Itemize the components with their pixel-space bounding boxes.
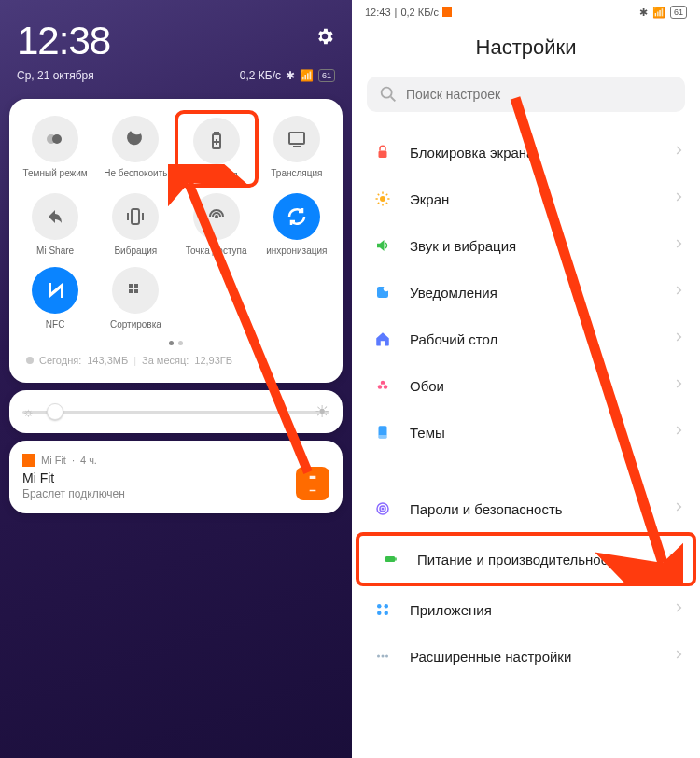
settings-item-label: Питание и производительность [417, 552, 648, 568]
brightness-slider[interactable]: ☼ ☀ [9, 390, 343, 433]
svg-rect-15 [134, 289, 138, 293]
search-field[interactable] [367, 77, 685, 112]
svg-point-48 [385, 655, 388, 658]
chevron-right-icon [672, 601, 685, 618]
settings-item-label: Обои [410, 378, 655, 394]
svg-line-26 [386, 203, 388, 204]
date-label: Ср, 21 октября [17, 69, 94, 82]
nfc-toggle[interactable]: NFC [15, 263, 95, 333]
mi-fit-badge-icon [22, 454, 35, 467]
cast-icon [273, 116, 320, 162]
svg-point-1 [52, 134, 62, 144]
svg-point-20 [380, 196, 385, 202]
svg-rect-13 [134, 284, 138, 288]
share-icon [32, 193, 78, 240]
svg-point-34 [382, 385, 385, 387]
battery-indicator: 61 [670, 6, 687, 19]
notif-title: Mi Fit [22, 470, 125, 485]
signal-icon: 📶 [652, 7, 665, 19]
notification-card[interactable]: Mi Fit · 4 ч. Mi Fit Браслет подключен [9, 441, 343, 513]
battery-saver-toggle[interactable]: Экономия [175, 110, 259, 188]
security-item[interactable]: Пароли и безопасность [352, 485, 700, 532]
settings-item-label: Расширенные настройки [410, 649, 655, 665]
svg-rect-41 [395, 558, 397, 561]
brightness-thumb[interactable] [47, 403, 63, 420]
more-icon [372, 646, 393, 667]
battery-perf-item[interactable]: Питание и производительность [356, 532, 696, 586]
qs-label: Точка доступа [186, 246, 247, 256]
notifications-item[interactable]: Уведомления [352, 269, 700, 316]
lock-screen-item[interactable]: Блокировка экрана [352, 129, 700, 175]
status-app-icon [442, 7, 452, 17]
settings-screenshot: 12:43 | 0,2 КБ/с ✱ 📶 61 Настройки Блокир… [352, 0, 700, 758]
display-item[interactable]: Экран [352, 175, 700, 222]
dark-mode-toggle[interactable]: Темный режим [15, 112, 95, 186]
lock-icon [372, 142, 393, 162]
vibrate-toggle[interactable]: Вибрация [95, 190, 175, 260]
search-input[interactable] [406, 87, 674, 102]
svg-point-45 [385, 611, 389, 616]
svg-rect-6 [289, 133, 304, 144]
settings-item-label: Приложения [410, 602, 655, 618]
net-speed: 0,2 КБ/с [240, 69, 281, 82]
notif-body: Браслет подключен [22, 487, 125, 500]
settings-item-label: Темы [410, 425, 655, 441]
advanced-item[interactable]: Расширенные настройки [352, 633, 700, 680]
svg-point-17 [382, 88, 392, 98]
svg-rect-8 [132, 209, 139, 224]
chevron-right-icon [672, 144, 685, 161]
sync-toggle[interactable]: инхронизация [257, 190, 337, 260]
mi-share-toggle[interactable]: Mi Share [15, 190, 95, 260]
svg-rect-3 [215, 133, 218, 134]
page-title: Настройки [352, 24, 700, 77]
qs-label: Mi Share [36, 246, 74, 256]
svg-line-27 [378, 203, 380, 204]
data-usage-row[interactable]: Сегодня: 143,3МБ | За месяц: 12,93ГБ [15, 349, 337, 375]
brightness-low-icon: ☼ [22, 404, 35, 419]
sort-toggle[interactable]: Сортировка [95, 263, 175, 333]
home-screen-item[interactable]: Рабочий стол [352, 316, 700, 362]
svg-point-43 [385, 604, 389, 609]
dnd-toggle[interactable]: Не беспокоить [95, 112, 175, 186]
svg-rect-40 [385, 556, 396, 562]
chevron-right-icon [672, 377, 685, 394]
volume-icon [372, 235, 393, 256]
hotspot-toggle[interactable]: Точка доступа [176, 190, 257, 260]
chevron-right-icon [672, 648, 685, 665]
vibrate-icon [112, 193, 159, 240]
settings-icon[interactable] [315, 26, 335, 47]
qs-label: Трансляция [271, 168, 322, 178]
svg-rect-14 [129, 289, 133, 293]
notif-app-name: Mi Fit [41, 455, 66, 466]
bluetooth-icon: ✱ [639, 7, 648, 19]
settings-item-label: Пароли и безопасность [410, 501, 655, 517]
status-bar: 12:43 | 0,2 КБ/с ✱ 📶 61 [352, 0, 700, 24]
svg-point-11 [216, 216, 217, 218]
svg-point-30 [384, 286, 389, 291]
page-indicator [15, 333, 337, 349]
notif-icon [372, 282, 393, 302]
theme-icon [372, 422, 393, 442]
svg-line-28 [386, 194, 388, 196]
sound-item[interactable]: Звук и вибрация [352, 222, 700, 269]
svg-line-25 [378, 194, 380, 196]
chevron-right-icon [672, 330, 685, 347]
mi-fit-app-icon [296, 467, 329, 500]
wallpaper-item[interactable]: Обои [352, 362, 700, 409]
status-time: 12:43 [365, 7, 391, 18]
svg-point-39 [382, 508, 384, 510]
apps-item[interactable]: Приложения [352, 586, 700, 633]
sun-icon [372, 189, 393, 209]
status-net: 0,2 КБ/с [400, 7, 439, 18]
chevron-right-icon [672, 284, 685, 301]
themes-item[interactable]: Темы [352, 409, 700, 456]
signal-icon: 📶 [300, 69, 314, 82]
svg-point-46 [377, 655, 380, 658]
notif-age: 4 ч. [80, 455, 97, 466]
qs-label: Сортировка [110, 319, 161, 330]
sync-icon [273, 193, 320, 240]
clock: 12:38 [17, 19, 110, 63]
sort-icon [112, 267, 159, 314]
cast-toggle[interactable]: Трансляция [257, 112, 337, 186]
home-icon [372, 329, 393, 349]
